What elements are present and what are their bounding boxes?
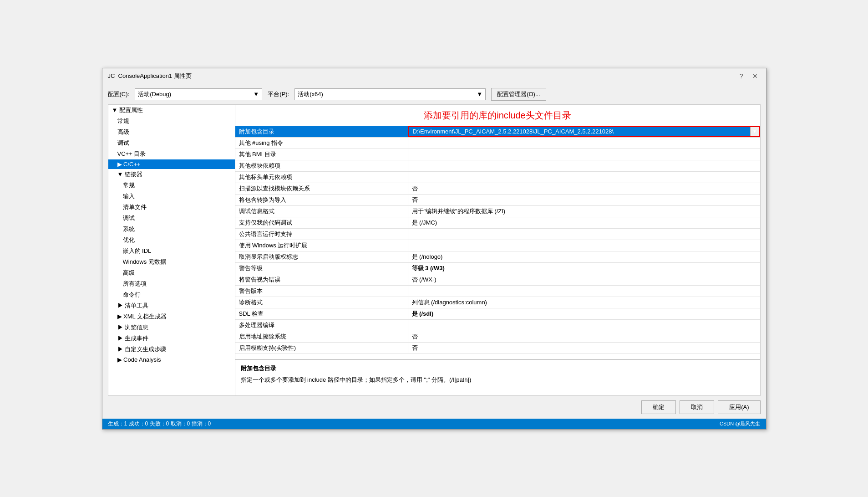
prop-row-zhichijmc[interactable]: 支持仅我的代码调试是 (/JMC) [235,217,760,229]
prop-row-windows[interactable]: 使用 Windows 运行时扩展 [235,240,760,251]
prop-row-jinggao[interactable]: 警告等级等级 3 (/W3) [235,263,760,274]
tree-item-lj-youhua[interactable]: 优化 [108,235,235,246]
platform-select[interactable]: 活动(x64) ▼ [294,88,486,100]
prop-row-biaotou[interactable]: 其他标头单元依赖项 [235,172,760,183]
prop-value-cuowu: 否 (/WX-) [408,274,760,285]
prop-row-gonggong[interactable]: 公共语言运行时支持 [235,229,760,240]
prop-value-jinggaoban [408,286,760,297]
prop-dropdown-fujia[interactable]: ▼ [750,127,759,136]
tree-item-lj-xitong[interactable]: 系统 [108,224,235,235]
dialog-title: JC_ConsoleApplication1 属性页 [108,72,192,80]
prop-name-jinggaoban: 警告版本 [235,286,408,297]
platform-label: 平台(P): [268,90,289,98]
prop-value-windows [408,240,760,251]
cancel-button[interactable]: 取消 [680,400,714,414]
desc-title: 附加包含目录 [241,364,755,373]
prop-row-bmi[interactable]: 其他 BMI 目录 [235,149,760,160]
tree-item-liulan[interactable]: ▶ 浏览信息 [108,322,235,333]
prop-value-mohu: 否 [408,343,760,354]
prop-row-quxiao[interactable]: 取消显示启动版权标志是 (/nologo) [235,251,760,263]
platform-chevron-icon: ▼ [477,91,482,97]
tree-item-zidingyi[interactable]: ▶ 自定义生成步骤 [108,344,235,355]
platform-value: 活动(x64) [298,90,323,98]
prop-name-saomiao: 扫描源以查找模块依赖关系 [235,183,408,194]
tree-item-lj-tiaoshi[interactable]: 调试 [108,213,235,224]
prop-value-zhichijmc: 是 (/JMC) [408,217,760,228]
tree-item-shengcheng[interactable]: ▶ 生成事件 [108,333,235,344]
close-button[interactable]: ✕ [750,72,761,80]
prop-row-dizhicachu[interactable]: 启用地址擦除系统否 [235,331,760,343]
prop-row-saomiao[interactable]: 扫描源以查找模块依赖关系否 [235,183,760,195]
prop-name-biaotou: 其他标头单元依赖项 [235,172,408,183]
prop-row-tiaoshiinfo[interactable]: 调试信息格式用于"编辑并继续"的程序数据库 (/ZI) [235,206,760,217]
tree-item-lj-qingdan[interactable]: 清单文件 [108,202,235,213]
tree-item-codeanalysis[interactable]: ▶ Code Analysis [108,355,235,364]
status-left: 生成：1 成功：0 失败：0 取消：0 播消：0 [108,420,211,428]
title-bar: JC_ConsoleApplication1 属性页 ? ✕ [102,68,766,84]
prop-row-zhenduangeshi[interactable]: 诊断格式列信息 (/diagnostics:column) [235,297,760,308]
prop-name-quxiao: 取消显示启动版权标志 [235,251,408,262]
prop-row-duochuli[interactable]: 多处理器编译 [235,320,760,331]
tree-item-lianjieqi[interactable]: ▼ 链接器 [108,169,235,180]
main-content: ▼ 配置属性常规高级调试VC++ 目录▶ C/C++▼ 链接器常规输入清单文件调… [102,104,766,396]
prop-name-mohu: 启用模糊支持(实验性) [235,343,408,354]
prop-value-dizhicachu: 否 [408,331,760,342]
prop-name-dizhicachu: 启用地址擦除系统 [235,331,408,342]
prop-value-zhuanhuan: 否 [408,195,760,205]
tree-item-lj-minglinghang[interactable]: 命令行 [108,289,235,300]
prop-value-fujia: D:\Environment\JL_PC_AICAM_2.5.2.221028\… [409,127,750,136]
help-button[interactable]: ? [737,72,746,80]
status-right: CSDN @晨风先生 [720,420,760,427]
tree-item-cpp[interactable]: ▶ C/C++ [108,159,235,169]
prop-value-jinggao: 等级 3 (/W3) [408,263,760,274]
prop-name-bmi: 其他 BMI 目录 [235,149,408,160]
prop-value-duochuli [408,320,760,331]
prop-name-jinggao: 警告等级 [235,263,408,274]
prop-row-sdl[interactable]: SDL 检查是 (/sdl) [235,308,760,320]
prop-value-biaotou [408,172,760,183]
config-select[interactable]: 活动(Debug) ▼ [135,88,262,100]
manager-button[interactable]: 配置管理器(O)... [491,88,546,101]
prop-row-using[interactable]: 其他 #using 指令 [235,138,760,149]
ok-button[interactable]: 确定 [641,400,676,414]
apply-button[interactable]: 应用(A) [718,400,760,414]
tree-item-lj-changgui[interactable]: 常规 [108,180,235,191]
tree-item-gaoji[interactable]: 高级 [108,127,235,138]
tree-item-xml[interactable]: ▶ XML 文档生成器 [108,311,235,322]
desc-text: 指定一个或多个要添加到 include 路径中的目录；如果指定多个，请用 ";"… [241,375,755,384]
prop-name-duochuli: 多处理器编译 [235,320,408,331]
tree-item-tiaoshi[interactable]: 调试 [108,138,235,149]
prop-row-mohu[interactable]: 启用模糊支持(实验性)否 [235,343,760,354]
tree-item-vcpp[interactable]: VC++ 目录 [108,149,235,159]
right-panel: 添加要引用的库的include头文件目录 附加包含目录D:\Environmen… [235,104,761,396]
prop-value-mokuaiyilai [408,160,760,171]
tree-item-changgui[interactable]: 常规 [108,116,235,127]
status-bar: 生成：1 成功：0 失败：0 取消：0 播消：0 CSDN @晨风先生 [102,419,766,429]
config-chevron-icon: ▼ [253,91,259,97]
tree-item-peizhi[interactable]: ▼ 配置属性 [108,105,235,116]
tree-item-lj-idl[interactable]: 嵌入的 IDL [108,246,235,256]
prop-value-gonggong [408,229,760,240]
properties-dialog: JC_ConsoleApplication1 属性页 ? ✕ 配置(C): 活动… [102,68,766,430]
tree-item-lj-suoyou[interactable]: 所有选项 [108,278,235,289]
prop-row-jinggaoban[interactable]: 警告版本 [235,286,760,297]
prop-name-zhuanhuan: 将包含转换为导入 [235,195,408,205]
prop-name-zhichijmc: 支持仅我的代码调试 [235,217,408,228]
tree-item-lj-gaoji[interactable]: 高级 [108,267,235,278]
prop-name-windows: 使用 Windows 运行时扩展 [235,240,408,251]
tree-item-lj-windows[interactable]: Windows 元数据 [108,256,235,267]
footer: 确定 取消 应用(A) [102,396,766,419]
prop-value-zhenduangeshi: 列信息 (/diagnostics:column) [408,297,760,308]
tree-item-lj-shuru[interactable]: 输入 [108,191,235,202]
tree-item-qingdangongju[interactable]: ▶ 清单工具 [108,300,235,311]
title-bar-buttons: ? ✕ [737,72,761,80]
config-bar: 配置(C): 活动(Debug) ▼ 平台(P): 活动(x64) ▼ 配置管理… [102,84,766,104]
left-tree-panel: ▼ 配置属性常规高级调试VC++ 目录▶ C/C++▼ 链接器常规输入清单文件调… [108,104,235,396]
prop-row-zhuanhuan[interactable]: 将包含转换为导入否 [235,195,760,206]
prop-row-cuowu[interactable]: 将警告视为错误否 (/WX-) [235,274,760,286]
prop-row-mokuaiyilai[interactable]: 其他模块依赖项 [235,160,760,172]
prop-name-cuowu: 将警告视为错误 [235,274,408,285]
prop-row-fujia[interactable]: 附加包含目录D:\Environment\JL_PC_AICAM_2.5.2.2… [235,126,760,138]
properties-table: 附加包含目录D:\Environment\JL_PC_AICAM_2.5.2.2… [235,126,760,359]
prop-value-using [408,138,760,149]
